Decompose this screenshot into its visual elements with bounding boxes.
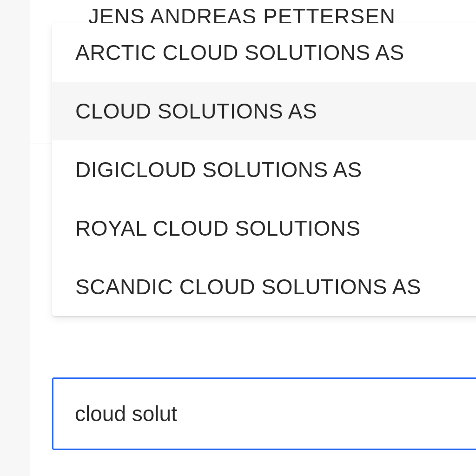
dropdown-item[interactable]: CLOUD SOLUTIONS AS [52, 82, 476, 140]
sidebar-strip [0, 0, 30, 476]
dropdown-item[interactable]: ROYAL CLOUD SOLUTIONS [52, 199, 476, 258]
dropdown-item[interactable]: ARCTIC CLOUD SOLUTIONS AS [52, 23, 476, 82]
search-input-wrapper [52, 377, 476, 450]
autocomplete-dropdown: ARCTIC CLOUD SOLUTIONS AS CLOUD SOLUTION… [52, 23, 476, 316]
search-input[interactable] [52, 377, 476, 450]
dropdown-item[interactable]: DIGICLOUD SOLUTIONS AS [52, 140, 476, 199]
dropdown-item[interactable]: SCANDIC CLOUD SOLUTIONS AS [52, 258, 476, 316]
